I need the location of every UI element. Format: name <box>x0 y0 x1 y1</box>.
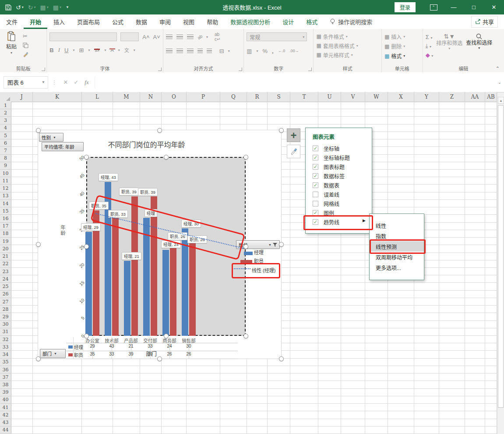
unchecked-checkbox-icon[interactable] <box>313 201 318 206</box>
tab-公式[interactable]: 公式 <box>106 14 130 29</box>
name-box-caret-icon[interactable]: ▼ <box>42 80 45 84</box>
wrap-text-icon[interactable]: abc↵ <box>215 32 220 42</box>
bar-职员-技术部[interactable] <box>112 218 119 336</box>
column-header-J[interactable]: J <box>11 92 33 102</box>
row-header-27[interactable]: 27 <box>0 298 11 306</box>
bar-经理-商务部[interactable] <box>162 250 169 336</box>
undo-icon[interactable]: ↺▾ <box>16 4 24 11</box>
chart-selection-handle[interactable] <box>157 356 162 361</box>
department-field-button[interactable]: 部门▼ <box>40 349 66 358</box>
row-header-18[interactable]: 18 <box>0 230 11 238</box>
insert-function-icon[interactable]: fx <box>81 79 92 86</box>
align-center-icon[interactable] <box>176 49 183 53</box>
font-dialog-launcher-icon[interactable] <box>158 68 162 71</box>
chart-selection-handle[interactable] <box>36 242 41 247</box>
increase-decimal-icon[interactable]: ←.0 <box>278 49 285 53</box>
row-header-16[interactable]: 16 <box>0 215 11 222</box>
plot-selection-handle[interactable] <box>243 244 248 249</box>
chart-selection-handle[interactable] <box>279 356 284 361</box>
tab-设计[interactable]: 设计 <box>276 14 300 29</box>
paste-button[interactable]: 粘贴 ▾ <box>3 31 20 65</box>
chart-element-option-坐标轴[interactable]: ✓坐标轴 <box>313 144 365 153</box>
unchecked-checkbox-icon[interactable] <box>313 192 318 197</box>
tab-页面布局[interactable]: 页面布局 <box>71 14 106 29</box>
tab-审阅[interactable]: 审阅 <box>153 14 177 29</box>
row-header-40[interactable]: 40 <box>0 396 11 404</box>
row-header-9[interactable]: 9 <box>0 162 11 170</box>
row-header-24[interactable]: 24 <box>0 275 11 283</box>
column-header-T[interactable]: T <box>290 92 318 102</box>
row-header-37[interactable]: 37 <box>0 374 11 381</box>
chart-selection-handle[interactable] <box>36 356 41 361</box>
italic-button[interactable]: I <box>58 46 60 53</box>
bar-经理-销售部[interactable] <box>182 228 188 336</box>
column-header-K[interactable]: K <box>33 92 82 102</box>
row-header-12[interactable]: 12 <box>0 185 11 192</box>
row-header-4[interactable]: 4 <box>0 125 11 132</box>
percent-icon[interactable]: % <box>262 48 268 54</box>
chart-element-option-图例[interactable]: ✓图例 <box>313 208 365 217</box>
submenu-arrow-icon[interactable]: ▶ <box>363 218 366 223</box>
column-header-X[interactable]: X <box>388 92 414 102</box>
column-header-O[interactable]: O <box>162 92 187 102</box>
collapse-ribbon-icon[interactable]: ⌃ <box>496 66 500 71</box>
tab-视图[interactable]: 视图 <box>177 14 201 29</box>
decrease-decimal-icon[interactable]: .00→ <box>289 49 299 53</box>
row-header-34[interactable]: 34 <box>0 351 11 358</box>
row-header-17[interactable]: 17 <box>0 223 11 230</box>
column-header-S[interactable]: S <box>268 92 290 102</box>
bar-经理-交付部[interactable] <box>143 218 150 336</box>
vertical-scrollbar[interactable]: ▲ <box>497 92 504 434</box>
autosum-icon[interactable]: Σ ▾ <box>426 34 434 40</box>
align-top-icon[interactable] <box>166 35 173 39</box>
row-header-25[interactable]: 25 <box>0 283 11 290</box>
plot-selection-handle[interactable] <box>84 334 89 338</box>
align-middle-icon[interactable] <box>176 35 183 39</box>
underline-button[interactable]: U <box>64 47 68 53</box>
column-header-AA[interactable]: AA <box>465 92 485 102</box>
select-all-corner[interactable] <box>0 92 11 102</box>
row-header-19[interactable]: 19 <box>0 238 11 245</box>
row-header-32[interactable]: 32 <box>0 336 11 343</box>
plot-selection-handle[interactable] <box>243 155 248 160</box>
grow-font-icon[interactable]: A˄ <box>142 34 149 40</box>
row-header-10[interactable]: 10 <box>0 170 11 177</box>
plot-selection-handle[interactable] <box>84 155 89 160</box>
cancel-icon[interactable]: ✕ <box>60 79 71 85</box>
column-header-AB[interactable]: AB <box>485 92 497 102</box>
column-header-N[interactable]: N <box>140 92 162 102</box>
column-header-L[interactable]: L <box>82 92 113 102</box>
font-size-input[interactable] <box>120 32 139 41</box>
formula-bar-expand-icon[interactable]: ⌄ <box>495 80 504 85</box>
checked-checkbox-icon[interactable]: ✓ <box>313 164 318 170</box>
chart-element-option-数据标签[interactable]: ✓数据标签 <box>313 171 365 180</box>
format-as-table-button[interactable]: ▦套用表格格式▾ <box>316 41 378 50</box>
tab-帮助[interactable]: 帮助 <box>201 14 224 29</box>
row-header-29[interactable]: 29 <box>0 313 11 320</box>
checked-checkbox-icon[interactable]: ✓ <box>313 210 318 216</box>
row-header-21[interactable]: 21 <box>0 253 11 260</box>
chart-element-option-数据表[interactable]: ✓数据表 <box>313 181 365 189</box>
chart-selection-handle[interactable] <box>36 128 41 133</box>
checked-checkbox-icon[interactable]: ✓ <box>313 182 318 188</box>
column-header-P[interactable]: P <box>187 92 220 102</box>
chart-selection-handle[interactable] <box>279 128 284 133</box>
chart-styles-brush-button[interactable] <box>287 145 300 158</box>
align-bottom-icon[interactable] <box>187 35 194 39</box>
checked-checkbox-icon[interactable]: ✓ <box>313 173 318 179</box>
row-header-26[interactable]: 26 <box>0 291 11 298</box>
alignment-dialog-launcher-icon[interactable] <box>239 68 242 71</box>
row-header-1[interactable]: 1 <box>0 102 11 109</box>
format-painter-icon[interactable] <box>23 51 28 57</box>
chart-element-option-误差线[interactable]: 误差线 <box>313 190 365 199</box>
phonetic-guide-icon[interactable]: 文 <box>124 46 129 53</box>
checked-checkbox-icon[interactable]: ✓ <box>313 146 318 151</box>
share-button[interactable]: 共享 <box>471 16 498 28</box>
plot-selection-handle[interactable] <box>164 155 169 160</box>
insert-cells-button[interactable]: ▦插入▾ <box>384 32 420 41</box>
plot-selection-handle[interactable] <box>243 334 248 338</box>
tell-me-search[interactable]: 操作说明搜索 <box>330 18 372 26</box>
column-header-V[interactable]: V <box>341 92 365 102</box>
trend-option-双周期移动平均[interactable]: 双周期移动平均 <box>370 252 424 262</box>
cell-styles-button[interactable]: ▦单元格样式▾ <box>316 50 378 59</box>
